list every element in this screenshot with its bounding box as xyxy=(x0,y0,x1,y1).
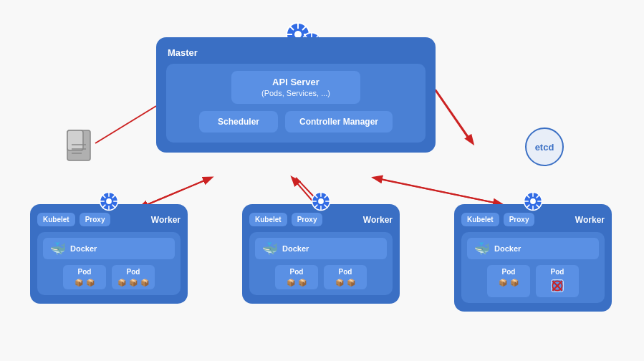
worker-3-pods: Pod 📦 📦 Pod xyxy=(467,265,599,297)
container-icon: 📦 xyxy=(347,279,355,287)
worker-2-pod-1: Pod 📦 📦 xyxy=(275,265,318,289)
docker-whale-3: 🐳 xyxy=(474,241,490,256)
svg-line-1 xyxy=(430,82,469,140)
worker-2-pods: Pod 📦 📦 Pod 📦 📦 xyxy=(255,265,387,289)
worker-2-kubelet: Kubelet xyxy=(249,213,287,226)
scheduler-row: Scheduler Controller Manager xyxy=(199,111,393,133)
worker-3-proxy: Proxy xyxy=(504,213,535,226)
container-icon: 📦 xyxy=(298,279,307,287)
svg-rect-10 xyxy=(67,130,83,150)
k8s-worker-1-icon xyxy=(99,191,119,214)
etcd-label: etcd xyxy=(535,142,554,153)
worker-3-label: Worker xyxy=(575,215,605,225)
svg-line-8 xyxy=(374,178,501,204)
diagram-container: Master API Server (Pods, Services, ...) … xyxy=(0,0,644,361)
master-node: Master API Server (Pods, Services, ...) … xyxy=(156,37,436,153)
worker-2-label: Worker xyxy=(363,215,393,225)
worker-3-pod-2-dead: Pod xyxy=(536,265,579,297)
dead-container-icon xyxy=(550,279,564,294)
k8s-worker-3-icon xyxy=(523,191,543,214)
container-icon: 📦 xyxy=(86,279,95,287)
svg-point-45 xyxy=(318,198,324,204)
worker-1-pods: Pod 📦 📦 Pod 📦 📦 📦 xyxy=(43,265,175,289)
svg-line-4 xyxy=(140,178,211,208)
worker-3-inner: 🐳 Docker Pod 📦 📦 Pod xyxy=(461,232,605,303)
container-icon: 📦 xyxy=(335,279,344,287)
worker-3-header: Kubelet Proxy Worker xyxy=(461,213,605,226)
docker-whale-1: 🐳 xyxy=(50,241,66,256)
master-label: Master xyxy=(166,47,426,58)
container-icon: 📦 xyxy=(287,279,295,287)
master-inner: API Server (Pods, Services, ...) Schedul… xyxy=(166,64,426,143)
worker-3-kubelet: Kubelet xyxy=(461,213,499,226)
etcd-box: etcd xyxy=(525,127,564,166)
api-server-sub: (Pods, Services, ...) xyxy=(261,89,330,97)
worker-1-pod-1: Pod 📦 📦 xyxy=(63,265,106,289)
worker-1-pod-2: Pod 📦 📦 📦 xyxy=(112,265,155,289)
worker-1-docker: 🐳 Docker xyxy=(43,238,175,259)
container-icon: 📦 xyxy=(117,279,126,287)
worker-2-pod-2: Pod 📦 📦 xyxy=(324,265,367,289)
worker-1-kubelet: Kubelet xyxy=(37,213,75,226)
container-icon: 📦 xyxy=(510,279,519,287)
container-icon: 📦 xyxy=(75,279,83,287)
container-icon: 📦 xyxy=(140,279,149,287)
worker-1-header: Kubelet Proxy Worker xyxy=(37,213,181,226)
svg-line-2 xyxy=(95,106,156,143)
worker-node-1: Kubelet Proxy Worker 🐳 Docker Pod 📦 📦 Po… xyxy=(30,204,188,304)
svg-line-7 xyxy=(373,178,501,204)
worker-node-3: Kubelet Proxy Worker 🐳 Docker Pod 📦 📦 Po… xyxy=(454,204,612,312)
file-icon xyxy=(66,129,96,165)
k8s-worker-2-icon xyxy=(311,191,331,214)
worker-2-proxy: Proxy xyxy=(292,213,323,226)
worker-2-inner: 🐳 Docker Pod 📦 📦 Pod 📦 📦 xyxy=(249,232,393,295)
worker-node-2: Kubelet Proxy Worker 🐳 Docker Pod 📦 📦 Po… xyxy=(242,204,400,304)
worker-1-inner: 🐳 Docker Pod 📦 📦 Pod 📦 📦 📦 xyxy=(37,232,181,295)
worker-3-docker: 🐳 Docker xyxy=(467,238,599,259)
worker-2-docker: 🐳 Docker xyxy=(255,238,387,259)
worker-3-pod-1: Pod 📦 📦 xyxy=(487,265,530,297)
svg-line-0 xyxy=(436,90,473,143)
scheduler-box: Scheduler xyxy=(199,111,278,133)
api-server-label: API Server xyxy=(272,77,319,87)
container-icon: 📦 xyxy=(129,279,138,287)
svg-point-35 xyxy=(106,198,112,204)
worker-1-proxy: Proxy xyxy=(80,213,111,226)
svg-point-55 xyxy=(530,198,536,204)
worker-2-header: Kubelet Proxy Worker xyxy=(249,213,393,226)
worker-1-label: Worker xyxy=(151,215,181,225)
api-server-box: API Server (Pods, Services, ...) xyxy=(231,71,360,104)
container-icon: 📦 xyxy=(499,279,507,287)
docker-whale-2: 🐳 xyxy=(262,241,278,256)
controller-manager-box: Controller Manager xyxy=(285,111,393,133)
svg-line-3 xyxy=(140,178,211,208)
